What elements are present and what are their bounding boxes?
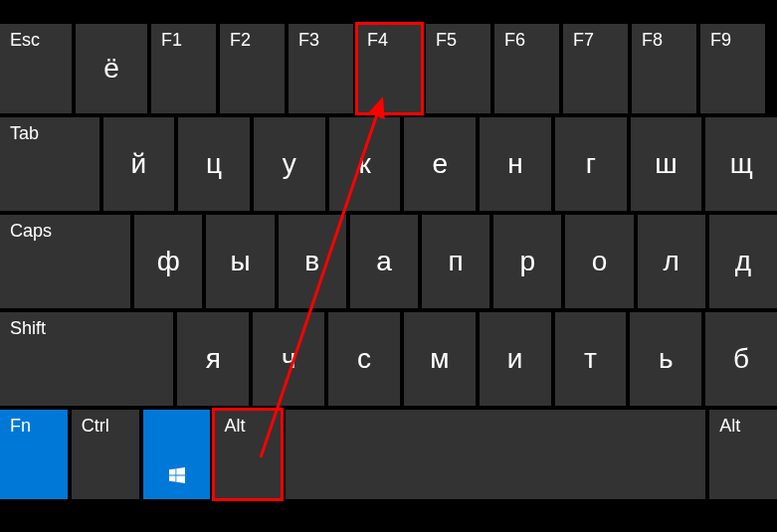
key-label: б [733, 343, 749, 375]
keyboard-row-3: Shift я ч с м и т ь б [0, 312, 777, 406]
keyboard-row-1: Tab й ц у к е н г ш щ [0, 117, 777, 211]
key-label: м [430, 343, 449, 375]
key-label: о [592, 246, 608, 277]
key-letter[interactable]: ш [631, 117, 702, 211]
key-letter[interactable]: к [329, 117, 401, 211]
key-label: F1 [161, 30, 182, 51]
key-letter[interactable]: ы [206, 215, 274, 308]
key-label: ц [206, 148, 222, 180]
key-label: F2 [230, 30, 251, 51]
key-label: г [586, 148, 596, 180]
key-letter[interactable]: я [177, 312, 249, 406]
key-f9[interactable]: F9 [700, 24, 765, 113]
key-label: Caps [10, 221, 52, 242]
key-f8[interactable]: F8 [632, 24, 696, 113]
key-label: й [131, 148, 147, 180]
key-label: д [735, 246, 751, 277]
key-label: Ctrl [82, 416, 109, 437]
key-caps[interactable]: Caps [0, 215, 130, 308]
key-label: в [304, 246, 319, 277]
key-label: с [357, 343, 371, 375]
on-screen-keyboard: Esc ё F1 F2 F3 F4 F5 F6 F7 F8 F9 Tab й ц… [0, 24, 777, 503]
key-label: а [376, 246, 392, 277]
key-letter[interactable]: б [705, 312, 777, 406]
key-yo[interactable]: ё [76, 24, 147, 113]
key-f2[interactable]: F2 [220, 24, 285, 113]
key-ctrl[interactable]: Ctrl [72, 410, 139, 499]
key-label: к [358, 148, 370, 180]
key-letter[interactable]: о [565, 215, 633, 308]
keyboard-row-modifier: Fn Ctrl Alt Alt [0, 410, 777, 499]
key-label: Shift [10, 318, 46, 339]
key-label: F5 [436, 30, 457, 51]
key-letter[interactable]: н [480, 117, 551, 211]
key-label: F3 [298, 30, 319, 51]
key-letter[interactable]: ц [178, 117, 250, 211]
key-label: Fn [10, 416, 31, 437]
key-space[interactable] [286, 410, 705, 499]
key-f6[interactable]: F6 [494, 24, 559, 113]
key-alt-right[interactable]: Alt [709, 410, 777, 499]
key-label: и [507, 343, 523, 375]
key-fn[interactable]: Fn [0, 410, 68, 499]
key-alt-left[interactable]: Alt [214, 410, 282, 499]
key-letter[interactable]: д [709, 215, 777, 308]
key-label: Esc [10, 30, 40, 51]
key-tab[interactable]: Tab [0, 117, 99, 211]
key-letter[interactable]: ф [134, 215, 202, 308]
key-label: Tab [10, 123, 39, 144]
key-letter[interactable]: а [350, 215, 418, 308]
key-letter[interactable]: г [555, 117, 627, 211]
key-windows[interactable] [143, 410, 211, 499]
key-letter[interactable]: и [480, 312, 551, 406]
key-letter[interactable]: ь [630, 312, 701, 406]
key-label: F6 [504, 30, 525, 51]
key-label: у [283, 148, 296, 180]
key-shift[interactable]: Shift [0, 312, 173, 406]
key-label: Alt [224, 416, 245, 437]
key-label: ь [659, 343, 674, 375]
key-label: щ [730, 148, 753, 180]
key-letter[interactable]: щ [705, 117, 777, 211]
key-f7[interactable]: F7 [563, 24, 628, 113]
key-letter[interactable]: п [422, 215, 489, 308]
key-f3[interactable]: F3 [289, 24, 353, 113]
key-label: р [520, 246, 536, 277]
key-f4[interactable]: F4 [357, 24, 422, 113]
key-letter[interactable]: ч [253, 312, 324, 406]
key-letter[interactable]: л [638, 215, 705, 308]
windows-icon [169, 467, 185, 483]
key-label: ш [655, 148, 677, 180]
key-letter[interactable]: у [254, 117, 325, 211]
key-letter[interactable]: в [279, 215, 346, 308]
key-f5[interactable]: F5 [426, 24, 490, 113]
key-letter[interactable]: м [404, 312, 476, 406]
key-label: ч [282, 343, 296, 375]
key-label: е [433, 148, 449, 180]
key-label: т [584, 343, 597, 375]
key-label: F4 [367, 30, 388, 51]
key-label: ы [230, 246, 250, 277]
key-letter[interactable]: е [404, 117, 476, 211]
key-letter[interactable]: т [555, 312, 627, 406]
key-label: F9 [710, 30, 731, 51]
key-letter[interactable]: с [328, 312, 400, 406]
key-label: ё [103, 53, 119, 85]
key-label: F7 [573, 30, 594, 51]
key-f1[interactable]: F1 [151, 24, 216, 113]
key-letter[interactable]: р [493, 215, 561, 308]
key-label: я [206, 343, 221, 375]
key-label: н [507, 148, 522, 180]
key-esc[interactable]: Esc [0, 24, 72, 113]
key-label: F8 [642, 30, 663, 51]
key-label: л [664, 246, 680, 277]
keyboard-row-function: Esc ё F1 F2 F3 F4 F5 F6 F7 F8 F9 [0, 24, 777, 113]
key-letter[interactable]: й [103, 117, 175, 211]
key-label: Alt [719, 416, 740, 437]
key-label: п [449, 246, 464, 277]
key-label: ф [157, 246, 180, 277]
keyboard-row-2: Caps ф ы в а п р о л д [0, 215, 777, 308]
